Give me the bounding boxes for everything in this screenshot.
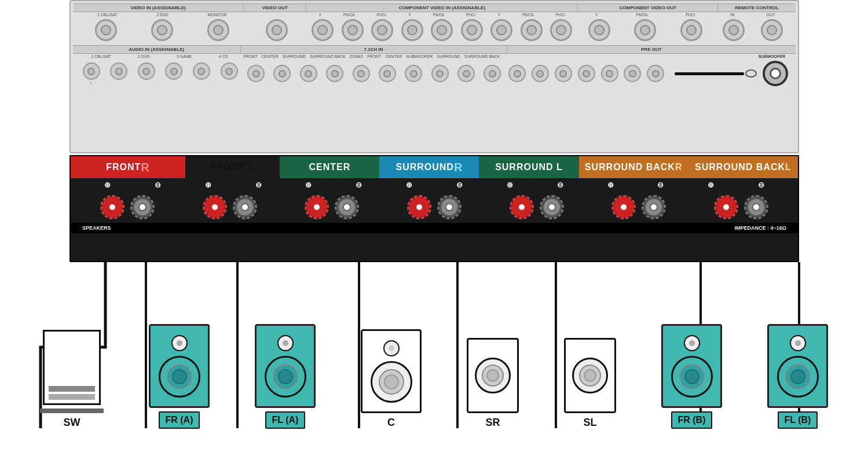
sl-minus: ⊖ — [557, 181, 563, 189]
channel-surround-l: SURROUND L — [479, 156, 578, 178]
cv-in-4 — [401, 19, 423, 41]
impedance-label: IMPEDANCE : 4~16Ω — [735, 225, 787, 231]
channel-surround-r: SURROUND R — [379, 156, 479, 178]
sb-r-terminals — [611, 195, 666, 219]
fl-minus: ⊖ — [255, 181, 262, 189]
cvo-y: Y — [595, 13, 598, 17]
component-video-in-label: COMPONENT VIDEO IN (ASSIGNABLE) — [306, 4, 578, 12]
speaker-sw: SW — [40, 330, 104, 429]
sbl-plus: ⊕ — [708, 181, 714, 189]
71-front2: FRONT — [367, 54, 381, 58]
ai-5 — [193, 62, 210, 80]
sr-label: SR — [485, 417, 500, 429]
top-panel: VIDEO IN (ASSIGNABLE) VIDEO OUT COMPONEN… — [69, 0, 799, 153]
video-in-1 — [95, 19, 117, 41]
ai-cbl: 1 CBL/SAT — [91, 54, 111, 58]
c-minus: ⊖ — [356, 181, 362, 189]
front-r-terminals — [100, 195, 155, 219]
cv-y2: Y — [408, 13, 411, 17]
cv-y1: Y — [318, 13, 321, 17]
71-center: CENTER — [262, 54, 279, 58]
cvo-1 — [588, 19, 610, 41]
cv-pr2: Pr/Cr — [466, 13, 475, 17]
cv-in-9 — [550, 19, 572, 41]
sl-label: SL — [583, 417, 596, 429]
71c-7 — [405, 65, 422, 82]
ai-dvd: 2 DVD — [138, 54, 150, 58]
pre-sb-l — [624, 65, 641, 82]
speaker-sr: SR — [467, 338, 519, 429]
cvo-pb: Pb/Cb — [636, 13, 647, 17]
71-zone2: ZONE2 — [350, 54, 363, 58]
surround-r-terminals — [407, 195, 462, 219]
71-front: FRONT — [244, 54, 258, 58]
pre-center — [555, 65, 572, 82]
fr-plus: ⊕ — [104, 181, 111, 189]
pre-sb-r — [647, 65, 664, 82]
cv-in-8 — [521, 19, 543, 41]
speakers-label: SPEAKERS — [82, 225, 111, 231]
rc-in-c — [723, 19, 745, 41]
71c-9 — [457, 65, 475, 82]
rc-in: IN — [730, 13, 734, 17]
ai-cd: 4 CD — [219, 54, 228, 58]
sw-label: SW — [64, 417, 80, 429]
ai-4 — [165, 62, 182, 80]
pre-front-r — [532, 65, 549, 82]
speaker-c: C — [361, 329, 422, 429]
71c-3 — [300, 65, 317, 82]
speakers-row: SW FR (A) — [0, 324, 868, 429]
center-terminals — [305, 195, 359, 219]
cv-in-2 — [342, 19, 364, 41]
cv-pb1: Pb/Cb — [343, 13, 354, 17]
71c-4 — [326, 65, 343, 82]
fl-plus: ⊕ — [205, 181, 211, 189]
cv-pr3: Pr/Cr — [556, 13, 565, 17]
video-in-label: VIDEO IN (ASSIGNABLE) — [73, 4, 244, 12]
component-video-out-label: COMPONENT VIDEO OUT — [578, 4, 718, 12]
71-surround: SURROUND — [283, 54, 306, 58]
seven-one-label: 7.1CH IN — [241, 46, 507, 53]
sbr-plus: ⊕ — [607, 181, 614, 189]
cvo-pr: Pr/Cr — [686, 13, 695, 17]
channel-front-r: FRONT R — [71, 156, 185, 178]
surround-l-terminals — [510, 195, 564, 219]
ai-3 — [138, 62, 155, 80]
cvo-2 — [634, 19, 656, 41]
cv-in-7 — [490, 19, 512, 41]
speaker-fl-b: FL (B) — [767, 324, 828, 429]
71c-1 — [247, 65, 265, 82]
c-plus: ⊕ — [305, 181, 312, 189]
diagram: VIDEO IN (ASSIGNABLE) VIDEO OUT COMPONEN… — [0, 0, 868, 471]
channel-sb-r: SURROUND BACK R — [579, 156, 688, 178]
ai-1-L — [83, 62, 100, 80]
sb-l-terminals — [714, 195, 768, 219]
cv-in-6 — [461, 19, 483, 41]
vcbl-sat-label: 1 CBL/SAT — [97, 13, 118, 17]
sbr-minus: ⊖ — [657, 181, 664, 189]
71-center2: CENTER — [386, 54, 402, 58]
fl-a-label: FL (A) — [265, 411, 306, 429]
vmonitor-label: MONITOR — [208, 13, 227, 17]
video-in-2 — [151, 19, 173, 41]
cv-in-5 — [431, 19, 453, 41]
video-out-label: VIDEO OUT — [244, 4, 306, 12]
ai-6 — [221, 62, 238, 80]
remote-control-label: REMOTE CONTROL — [718, 4, 796, 12]
fr-a-label: FR (A) — [159, 411, 200, 429]
speaker-fr-b: FR (B) — [661, 324, 722, 429]
pre-surround-l — [578, 65, 595, 82]
cv-y3: Y — [497, 13, 500, 17]
cv-in-1 — [312, 19, 334, 41]
video-out-1 — [266, 19, 288, 41]
speaker-panel: FRONT R FRONT L CENTER SURROUND R SURROU… — [69, 155, 799, 262]
71c-10 — [484, 65, 501, 82]
c-label: C — [387, 417, 395, 429]
71-sub: SUBWOOFER — [406, 54, 433, 58]
channel-front-l: FRONT L — [185, 156, 280, 178]
video-monitor — [207, 19, 229, 41]
71c-2 — [273, 65, 291, 82]
cv-pb2: Pb/Cb — [433, 13, 444, 17]
sbl-minus: ⊖ — [758, 181, 764, 189]
71-surround2: SURROUND — [437, 54, 460, 58]
